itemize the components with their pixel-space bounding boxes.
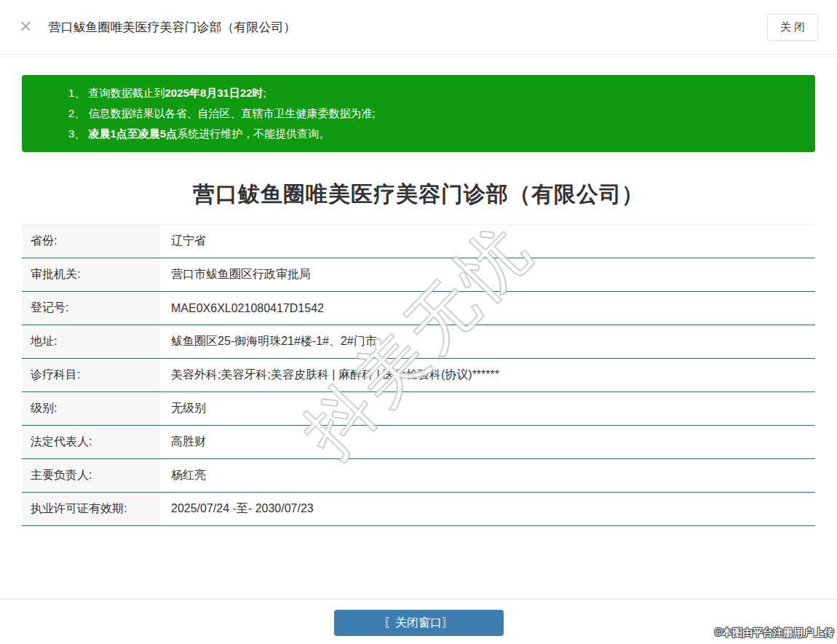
row-label: 主要负责人: bbox=[22, 459, 160, 492]
row-value: 营口市鲅鱼圈区行政审批局 bbox=[160, 258, 815, 291]
row-label: 法定代表人: bbox=[22, 426, 160, 458]
table-row-address: 地址: 鲅鱼圈区25-御海明珠21#楼-1#、2#门市 bbox=[22, 325, 815, 359]
table-row-province: 省份: 辽宁省 bbox=[22, 225, 815, 258]
notice-line-1: 1、 查询数据截止到2025年8月31日22时; bbox=[68, 83, 801, 103]
row-value: 无级别 bbox=[160, 392, 815, 425]
row-value: 鲅鱼圈区25-御海明珠21#楼-1#、2#门市 bbox=[160, 325, 815, 358]
table-row-registration-number: 登记号: MAE0X6XL021080417D1542 bbox=[22, 292, 815, 325]
notice-line-1-text: 1、 查询数据截止到 bbox=[68, 87, 165, 99]
row-label: 诊疗科目: bbox=[22, 359, 160, 391]
row-label: 执业许可证有效期: bbox=[22, 493, 160, 525]
row-label: 地址: bbox=[22, 325, 160, 358]
close-window-button[interactable]: 〖关闭窗口〗 bbox=[334, 610, 504, 636]
row-value: 杨红亮 bbox=[160, 459, 815, 492]
table-row-approval-authority: 审批机关: 营口市鲅鱼圈区行政审批局 bbox=[22, 258, 815, 292]
notice-line-2: 2、 信息数据结果以各省、自治区、直辖市卫生健康委数据为准; bbox=[68, 103, 801, 124]
row-value: MAE0X6XL021080417D1542 bbox=[160, 292, 815, 325]
table-row-license-validity: 执业许可证有效期: 2025/07/24 -至- 2030/07/23 bbox=[22, 493, 815, 526]
close-x-icon[interactable]: ✕ bbox=[19, 19, 32, 35]
notice-box: 1、 查询数据截止到2025年8月31日22时; 2、 信息数据结果以各省、自治… bbox=[22, 75, 815, 152]
notice-line-1-suffix: ; bbox=[263, 87, 266, 99]
table-row-legal-representative: 法定代表人: 高胜财 bbox=[22, 426, 815, 459]
notice-line-3-text: 3、 bbox=[68, 127, 89, 140]
row-value: 辽宁省 bbox=[160, 225, 815, 258]
window-titlebar: ✕ 营口鲅鱼圈唯美医疗美容门诊部（有限公司） 关 闭 bbox=[0, 0, 837, 55]
notice-line-2-text: 2、 信息数据结果以各省、自治区、直辖市卫生健康委数据为准; bbox=[68, 107, 376, 119]
close-button[interactable]: 关 闭 bbox=[767, 14, 818, 41]
row-value: 高胜财 bbox=[160, 426, 815, 458]
notice-line-3-suffix: 系统进行维护，不能提供查询。 bbox=[177, 127, 330, 140]
notice-line-3-bold: 凌晨1点至凌晨5点 bbox=[89, 127, 178, 140]
notice-line-1-bold: 2025年8月31日22时 bbox=[165, 87, 263, 99]
row-label: 级别: bbox=[22, 392, 160, 425]
table-row-principal-person: 主要负责人: 杨红亮 bbox=[22, 459, 815, 493]
row-value: 2025/07/24 -至- 2030/07/23 bbox=[160, 493, 815, 525]
row-label: 登记号: bbox=[22, 292, 160, 325]
row-label: 审批机关: bbox=[22, 258, 160, 291]
table-row-clinical-departments: 诊疗科目: 美容外科;美容牙科;美容皮肤科 | 麻醉科 | 医学检验科(协议)*… bbox=[22, 359, 815, 392]
window-title: 营口鲅鱼圈唯美医疗美容门诊部（有限公司） bbox=[48, 19, 295, 36]
row-value: 美容外科;美容牙科;美容皮肤科 | 麻醉科 | 医学检验科(协议)****** bbox=[160, 359, 815, 391]
footer-bar: 〖关闭窗口〗 bbox=[0, 599, 837, 636]
table-row-level: 级别: 无级别 bbox=[22, 392, 815, 426]
notice-line-3: 3、 凌晨1点至凌晨5点系统进行维护，不能提供查询。 bbox=[68, 124, 801, 144]
page-title: 营口鲅鱼圈唯美医疗美容门诊部（有限公司） bbox=[0, 180, 837, 210]
row-label: 省份: bbox=[22, 225, 160, 258]
institution-info-table: 省份: 辽宁省 审批机关: 营口市鲅鱼圈区行政审批局 登记号: MAE0X6XL… bbox=[22, 224, 815, 526]
